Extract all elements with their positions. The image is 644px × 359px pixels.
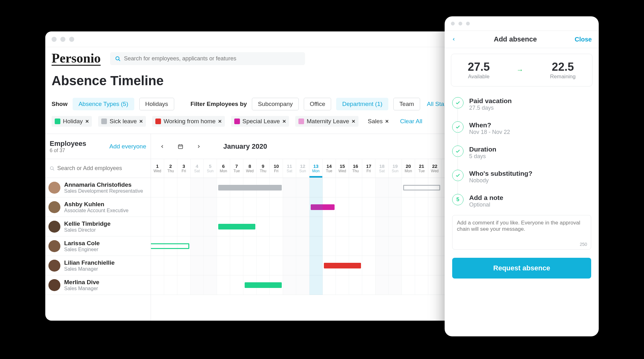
timeline-cell[interactable]	[323, 275, 336, 295]
timeline-cell[interactable]	[309, 178, 323, 197]
chip-holiday[interactable]: Holiday ×	[52, 116, 92, 127]
day-header-cell[interactable]: 17Fri	[362, 159, 375, 178]
day-header-cell[interactable]: 4Sat	[191, 159, 204, 178]
timeline-cell[interactable]	[309, 256, 323, 275]
timeline-cell[interactable]	[283, 256, 296, 275]
filter-absence-types[interactable]: Absence Types (5)	[73, 98, 134, 110]
timeline-cell[interactable]	[151, 256, 164, 275]
day-header-cell[interactable]: 22Wed	[428, 159, 441, 178]
step-item[interactable]: When?Nov 18 - Nov 22	[452, 116, 591, 141]
timeline-cell[interactable]	[323, 217, 336, 236]
day-header-cell[interactable]: 7Tue	[230, 159, 243, 178]
next-month-button[interactable]	[194, 141, 204, 152]
timeline-cell[interactable]	[191, 197, 204, 217]
timeline-cell[interactable]	[217, 275, 230, 295]
timeline-cell[interactable]	[402, 217, 415, 236]
timeline-cell[interactable]	[204, 217, 217, 236]
timeline-cell[interactable]	[375, 178, 389, 197]
day-header-cell[interactable]: 10Fri	[270, 159, 283, 178]
request-absence-button[interactable]: Request absence	[452, 258, 591, 279]
timeline-cell[interactable]	[191, 275, 204, 295]
timeline-cell[interactable]	[375, 256, 389, 275]
close-icon[interactable]: ×	[385, 118, 389, 125]
timeline-cell[interactable]	[428, 256, 441, 275]
timeline-cell[interactable]	[296, 275, 309, 295]
timeline-cell[interactable]	[375, 275, 389, 295]
timeline-cell[interactable]	[283, 197, 296, 217]
calendar-icon[interactable]	[175, 141, 186, 152]
step-item[interactable]: 5Add a noteOptional	[452, 189, 591, 213]
timeline-cell[interactable]	[217, 236, 230, 256]
close-button[interactable]: Close	[575, 36, 592, 43]
day-header-cell[interactable]: 16Thu	[349, 159, 362, 178]
employee-row[interactable]: Lilian FranchiellieSales Manager	[45, 256, 151, 275]
timeline-cell[interactable]	[270, 197, 283, 217]
timeline-cell[interactable]	[164, 275, 177, 295]
day-header-cell[interactable]: 15Wed	[336, 159, 349, 178]
close-icon[interactable]: ×	[85, 118, 89, 125]
timeline-cell[interactable]	[270, 256, 283, 275]
timeline-cell[interactable]	[389, 236, 402, 256]
timeline-cell[interactable]	[177, 256, 191, 275]
timeline-cell[interactable]	[309, 217, 323, 236]
timeline-cell[interactable]	[204, 236, 217, 256]
timeline-cell[interactable]	[349, 217, 362, 236]
timeline-cell[interactable]	[349, 178, 362, 197]
timeline-cell[interactable]	[336, 217, 349, 236]
absence-bar[interactable]	[403, 185, 440, 191]
timeline-cell[interactable]	[243, 236, 257, 256]
employee-row[interactable]: Ashby KuhlenAssociate Account Executive	[45, 197, 151, 217]
timeline-cell[interactable]	[389, 256, 402, 275]
timeline-cell[interactable]	[296, 217, 309, 236]
timeline-cell[interactable]	[362, 178, 375, 197]
clear-all-button[interactable]: Clear All	[400, 118, 422, 125]
timeline-cell[interactable]	[191, 236, 204, 256]
timeline-cell[interactable]	[177, 217, 191, 236]
timeline-cell[interactable]	[389, 197, 402, 217]
absence-bar[interactable]	[245, 282, 282, 288]
timeline-cell[interactable]	[151, 197, 164, 217]
close-icon[interactable]: ×	[352, 118, 355, 125]
timeline-cell[interactable]	[151, 178, 164, 197]
employee-search[interactable]	[45, 159, 151, 178]
day-header-cell[interactable]: 8Wed	[243, 159, 257, 178]
brand-logo[interactable]: Personio	[52, 52, 101, 66]
timeline-cell[interactable]	[389, 178, 402, 197]
timeline-cell[interactable]	[402, 197, 415, 217]
timeline-cell[interactable]	[243, 197, 257, 217]
step-item[interactable]: Who's substituting?Nobody	[452, 165, 591, 189]
absence-bar[interactable]	[218, 224, 255, 229]
timeline-cell[interactable]	[191, 178, 204, 197]
prev-month-button[interactable]	[157, 141, 167, 152]
day-header-cell[interactable]: 21Tue	[415, 159, 428, 178]
timeline-cell[interactable]	[309, 236, 323, 256]
timeline-cell[interactable]	[204, 178, 217, 197]
global-search[interactable]	[110, 52, 305, 65]
chip-sick-leave[interactable]: Sick leave ×	[98, 116, 146, 127]
timeline-cell[interactable]	[230, 275, 243, 295]
day-header-cell[interactable]: 2Thu	[164, 159, 177, 178]
timeline-cell[interactable]	[415, 256, 428, 275]
timeline-cell[interactable]	[296, 197, 309, 217]
filter-subcompany[interactable]: Subcompany	[252, 98, 299, 110]
timeline-cell[interactable]	[283, 217, 296, 236]
timeline-cell[interactable]	[204, 197, 217, 217]
timeline-cell[interactable]	[164, 217, 177, 236]
day-header-cell[interactable]: 1Wed	[151, 159, 164, 178]
timeline-cell[interactable]	[257, 197, 270, 217]
close-icon[interactable]: ×	[282, 118, 286, 125]
timeline-cell[interactable]	[428, 236, 441, 256]
timeline-cell[interactable]	[336, 178, 349, 197]
day-header-cell[interactable]: 13Mon	[309, 159, 323, 178]
absence-bar[interactable]	[151, 243, 189, 249]
timeline-cell[interactable]	[389, 275, 402, 295]
timeline-cell[interactable]	[336, 197, 349, 217]
day-header-cell[interactable]: 3Fri	[177, 159, 191, 178]
absence-bar[interactable]	[311, 204, 335, 210]
day-header-cell[interactable]: 20Mon	[402, 159, 415, 178]
timeline-cell[interactable]	[257, 217, 270, 236]
timeline-cell[interactable]	[362, 197, 375, 217]
filter-department[interactable]: Department (1)	[336, 98, 388, 110]
chip-sales[interactable]: Sales ×	[365, 116, 392, 127]
timeline-cell[interactable]	[336, 275, 349, 295]
